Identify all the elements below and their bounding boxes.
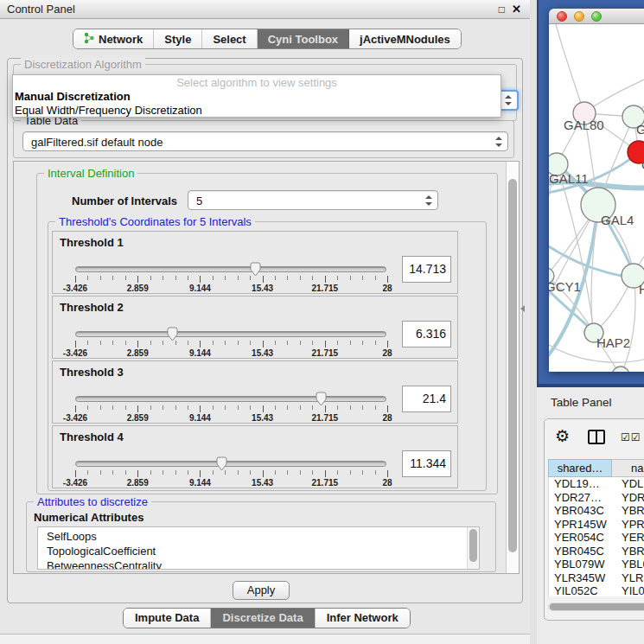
slider-major-tick	[325, 405, 326, 412]
table-cell-shared-name[interactable]: YDR27…	[549, 491, 613, 505]
node-table: shared… na YDL19…YDL1YDR27…YDR2YBR043CYB…	[548, 459, 644, 596]
threshold-2-slider[interactable]	[75, 331, 386, 337]
column-layout-icon[interactable]	[588, 430, 605, 444]
select-columns-icon[interactable]: ☑☑	[621, 431, 641, 443]
combobox-stepper-icon	[495, 137, 501, 147]
tab-style[interactable]: Style	[154, 29, 202, 48]
tab-select[interactable]: Select	[202, 29, 257, 48]
algorithm-prompt-item[interactable]: Select algorithm to view settings	[13, 75, 501, 90]
table-row[interactable]: YBL079WYBL0	[549, 558, 644, 571]
network-graph[interactable]: GAL80GACGAL11GAL4GCY1HHAP2	[549, 24, 644, 372]
tab-cyni-toolbox[interactable]: Cyni Toolbox	[258, 29, 349, 48]
network-node[interactable]	[612, 367, 629, 372]
float-icon[interactable]: □	[499, 3, 505, 16]
threshold-1-slider[interactable]	[75, 266, 386, 272]
threshold-4-box: Threshold 4 -3.4262.8599.14415.4321.7152…	[52, 425, 458, 488]
threshold-4-slider[interactable]	[75, 461, 386, 467]
table-row[interactable]: YPR145WYPR1	[549, 518, 644, 532]
window-minimize-icon[interactable]	[574, 11, 584, 22]
network-frame[interactable]: GAL80GACGAL11GAL4GCY1HHAP2	[537, 0, 644, 387]
table-row[interactable]: YIL052CYIL0	[549, 584, 644, 596]
number-of-intervals-combobox[interactable]: 5	[188, 190, 438, 210]
table-cell-shared-name[interactable]: YIL052C	[549, 584, 613, 596]
network-window-titlebar	[549, 9, 644, 24]
slider-thumb[interactable]	[215, 456, 228, 471]
splitter-collapse-icon[interactable]	[520, 305, 525, 312]
attributes-scrollbar[interactable]	[467, 527, 479, 569]
window-close-icon[interactable]	[557, 11, 567, 22]
table-horizontal-scrollbar[interactable]	[548, 603, 644, 611]
network-edge[interactable]	[589, 67, 644, 110]
slider-thumb[interactable]	[249, 262, 262, 277]
threshold-1-box: Threshold 1 -3.4262.8599.14415.4321.7152…	[52, 231, 458, 294]
threshold-1-value[interactable]: 14.713	[402, 256, 451, 283]
slider-major-tick	[263, 341, 264, 348]
threshold-2-value[interactable]: 6.316	[402, 321, 451, 348]
slider-thumb[interactable]	[315, 392, 328, 406]
table-cell-shared-name[interactable]: YDL19…	[549, 477, 613, 491]
network-edge[interactable]	[556, 24, 584, 113]
tab-jactivemnodules[interactable]: jActiveMNodules	[349, 29, 461, 48]
threshold-3-value[interactable]: 21.4	[402, 386, 451, 412]
table-cell-name[interactable]: YPR1	[613, 518, 644, 532]
gear-icon[interactable]: ⚙	[555, 426, 570, 446]
vertical-scrollbar-thumb[interactable]	[508, 179, 517, 552]
table-cell-shared-name[interactable]: YPR145W	[549, 518, 613, 532]
table-cell-name[interactable]: YDR2	[613, 491, 644, 505]
table-row[interactable]: YLR345WYLR3	[549, 571, 644, 585]
tab-infer-network[interactable]: Infer Network	[316, 609, 410, 628]
table-row[interactable]: YDR27…YDR2	[549, 491, 644, 505]
slider-ticks: -3.4262.8599.14415.4321.71528	[75, 405, 387, 426]
apply-button[interactable]: Apply	[233, 581, 290, 600]
table-cell-name[interactable]: YBR0	[613, 504, 644, 518]
table-cell-shared-name[interactable]: YLR345W	[549, 571, 613, 585]
table-cell-shared-name[interactable]: YBL079W	[549, 558, 613, 571]
table-cell-shared-name[interactable]: YER054C	[549, 531, 613, 545]
threshold-4-value[interactable]: 11.344	[402, 450, 451, 477]
attribute-item[interactable]: SelfLoops	[47, 529, 479, 544]
table-row[interactable]: YBR043CYBR0	[549, 504, 644, 518]
slider-tick-label: 9.144	[189, 348, 211, 358]
tab-network[interactable]: Network	[73, 29, 154, 48]
table-cell-name[interactable]: YBL0	[613, 558, 644, 571]
panel-splitter[interactable]	[530, 0, 537, 644]
threshold-2-label: Threshold 2	[60, 301, 124, 314]
combobox-stepper-icon	[505, 95, 511, 105]
slider-tick-label: 15.43	[252, 284, 273, 293]
column-header-shared-name[interactable]: shared…	[548, 459, 612, 477]
table-cell-name[interactable]: YER0	[613, 531, 644, 545]
combobox-stepper-icon	[425, 195, 431, 206]
network-edge[interactable]	[621, 275, 635, 372]
tab-impute-data[interactable]: Impute Data	[124, 609, 211, 628]
window-zoom-icon[interactable]	[591, 11, 602, 22]
table-cell-name[interactable]: YDL1	[613, 477, 644, 491]
table-hscrollbar-thumb[interactable]	[550, 603, 644, 610]
attribute-item[interactable]: BetweennessCentrality	[47, 558, 479, 570]
table-row[interactable]: YDL19…YDL1	[549, 477, 644, 491]
table-cell-shared-name[interactable]: YBR043C	[549, 504, 613, 518]
attribute-item[interactable]: TopologicalCoefficient	[47, 544, 479, 558]
vertical-scrollbar[interactable]	[506, 162, 519, 573]
table-cell-name[interactable]: YLR3	[613, 571, 644, 585]
slider-thumb[interactable]	[166, 327, 179, 341]
table-data-combobox[interactable]: galFiltered.sif default node	[22, 131, 508, 151]
attributes-scrollbar-thumb[interactable]	[469, 529, 477, 562]
column-header-name[interactable]: na	[612, 459, 644, 477]
table-row[interactable]: YER054CYER0	[549, 531, 644, 545]
table-row[interactable]: YBR045CYBR0	[549, 545, 644, 558]
table-cell-shared-name[interactable]: YBR045C	[549, 545, 613, 558]
network-canvas[interactable]: GAL80GACGAL11GAL4GCY1HHAP2	[549, 24, 644, 372]
threshold-3-slider[interactable]	[75, 396, 386, 402]
network-node-label: H	[639, 282, 644, 296]
algorithm-option-equal-width[interactable]: Equal Width/Frequency Discretization	[13, 104, 501, 118]
slider-ticks: -3.4262.8599.14415.4321.71528	[75, 470, 387, 491]
tab-select-label: Select	[213, 33, 245, 46]
algorithm-option-manual[interactable]: Manual Discretization	[13, 90, 501, 104]
numerical-attributes-list[interactable]: SelfLoopsTopologicalCoefficientBetweenne…	[37, 526, 480, 570]
slider-tick-label: 15.43	[252, 413, 273, 423]
slider-major-tick	[75, 341, 76, 348]
close-icon[interactable]: ✕	[512, 3, 521, 16]
table-cell-name[interactable]: YIL0	[613, 584, 644, 596]
table-cell-name[interactable]: YBR0	[613, 545, 644, 558]
tab-discretize-data[interactable]: Discretize Data	[211, 609, 315, 628]
